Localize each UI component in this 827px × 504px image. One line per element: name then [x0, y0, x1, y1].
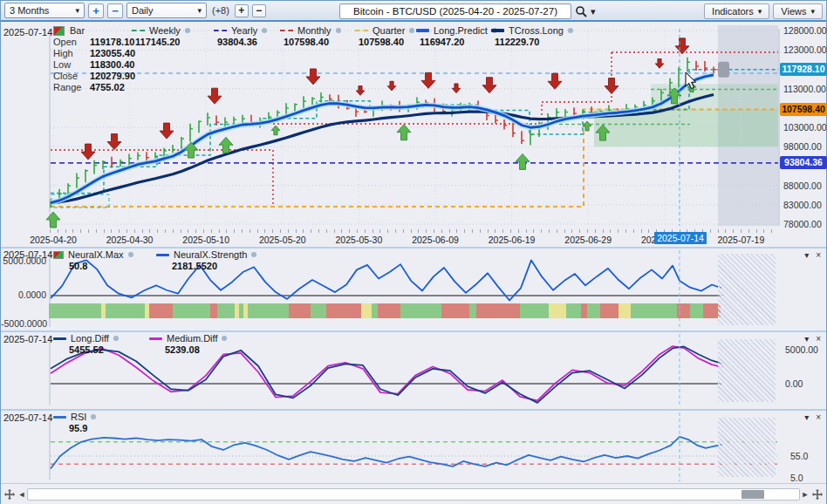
overlay-name: Long.Predict — [434, 25, 488, 36]
range-zoom-in-button[interactable]: + — [88, 3, 104, 18]
signal-strip-segment — [217, 303, 235, 318]
panel-collapse-button[interactable]: ▾ — [804, 250, 809, 260]
legend-settings-dot[interactable] — [128, 252, 133, 257]
panel-collapse-button[interactable]: ▾ — [804, 412, 809, 422]
legend-settings-dot[interactable] — [113, 336, 119, 341]
x-axis-label: 2025-04-20 — [24, 235, 83, 245]
series-swatch-icon — [355, 30, 368, 31]
legend-settings-dot[interactable] — [251, 252, 256, 257]
rsi-panel[interactable]: 2025-07-14 RSI95.9 55.05.0 ▾ × — [1, 409, 826, 483]
series-value: 5239.08 — [149, 344, 227, 355]
signal-strip-segment — [173, 303, 210, 318]
signal-strip-segment — [235, 303, 239, 318]
neuralx-panel[interactable]: 2025-07-14 5000.00000.0000-5000.0000 Neu… — [1, 247, 826, 330]
series-swatch-icon — [53, 337, 66, 340]
future-projection-zone — [718, 418, 776, 477]
legend-settings-dot[interactable] — [409, 28, 414, 33]
legend-rsi[interactable]: RSI95.9 — [53, 412, 96, 433]
overlay-value: 107598.40 — [280, 37, 341, 47]
signal-strip-segment — [469, 303, 476, 318]
pan-icon[interactable] — [810, 487, 824, 501]
y-axis-label: 98000.00 — [783, 141, 822, 152]
range-select[interactable]: 3 Months ▾ — [4, 3, 85, 18]
main-chart-panel[interactable]: 2025-07-14 Bar Open119178.10 High123055.… — [1, 22, 826, 247]
scroll-right-button[interactable]: ► — [800, 488, 810, 501]
overlay-name: Quarter — [372, 25, 405, 36]
diff-chart-canvas[interactable] — [1, 332, 826, 409]
series-value: 5455.52 — [53, 344, 119, 355]
signal-strip-segment — [566, 303, 581, 318]
bar-plus-button[interactable]: + — [235, 4, 249, 17]
y-axis-label: 128000.00 — [783, 25, 827, 36]
panel-collapse-button[interactable]: ▾ — [804, 334, 809, 344]
overlay-name: Yearly — [231, 25, 257, 36]
chevron-down-icon: ▾ — [758, 7, 762, 16]
legend-settings-dot[interactable] — [222, 336, 227, 341]
search-options-caret[interactable]: ▾ — [591, 6, 596, 17]
pan-icon[interactable] — [3, 487, 17, 501]
legend-settings-dot[interactable] — [262, 28, 267, 33]
signal-strip-segment — [243, 303, 248, 318]
y-axis-label: 5000.00 — [785, 344, 818, 355]
overlay-legend-yearly[interactable]: Yearly93804.36 — [214, 25, 267, 47]
overlay-value: 107598.40 — [355, 37, 414, 47]
crosshair-date-tag: 2025-07-14 — [654, 232, 707, 244]
overlay-legend-quarter[interactable]: Quarter107598.40 — [355, 25, 414, 47]
search-icon[interactable] — [575, 5, 587, 17]
panel-close-button[interactable]: × — [816, 412, 821, 422]
symbol-search-input[interactable] — [339, 3, 571, 19]
series-value: 95.9 — [53, 423, 96, 433]
legend-settings-dot[interactable] — [568, 28, 573, 33]
legend-settings-dot[interactable] — [336, 28, 341, 33]
series-name: Medium.Diff — [167, 333, 217, 344]
signal-strip-segment — [149, 303, 173, 318]
app-window: 3 Months ▾ + − Daily ▾ (+8) + − ▾ Indica… — [0, 0, 827, 504]
signal-strip-segment — [520, 303, 549, 318]
buy-signal-arrow — [46, 212, 60, 228]
legend-medium-diff[interactable]: Medium.Diff5239.08 — [149, 333, 227, 355]
overlay-legend-monthly[interactable]: Monthly107598.40 — [280, 25, 341, 47]
signal-strip-segment — [476, 303, 520, 318]
scroll-left-button[interactable]: ◄ — [17, 488, 27, 501]
rsi-chart-canvas[interactable] — [1, 411, 826, 483]
cursor-date-label: 2025-07-14 — [3, 27, 52, 37]
cursor-date-label: 2025-07-14 — [3, 412, 52, 423]
series-swatch-icon — [132, 30, 145, 31]
legend-settings-dot[interactable] — [185, 28, 190, 33]
x-axis-label: 2025-07-19 — [711, 235, 770, 245]
overlay-legend-long-predict[interactable]: Long.Predict116947.20 — [416, 25, 497, 47]
x-axis-label: 2025-06-19 — [482, 235, 542, 245]
bar-ohlc-legend[interactable]: Bar Open119178.10 High123055.40 Low11830… — [53, 25, 135, 93]
overlay-name: Weekly — [149, 25, 181, 36]
scrollbar-track[interactable] — [27, 488, 800, 501]
signal-strip-segment — [581, 303, 587, 318]
panel-close-button[interactable]: × — [816, 334, 821, 344]
time-scrollbar: ◄ ► — [1, 483, 826, 504]
range-zoom-out-button[interactable]: − — [107, 3, 123, 18]
period-select[interactable]: Daily ▾ — [126, 3, 207, 18]
signal-strip-segment — [210, 303, 217, 318]
views-button[interactable]: Views ▾ — [773, 3, 823, 19]
legend-long-diff[interactable]: Long.Diff5455.52 — [53, 333, 119, 355]
long-diff-line — [51, 346, 723, 402]
y-axis-label: 123000.00 — [783, 44, 827, 55]
signal-strip-segment — [619, 303, 631, 318]
chevron-down-icon: ▾ — [197, 6, 202, 15]
sell-signal-arrow — [208, 88, 222, 104]
price-tag: 107598.40 — [780, 103, 827, 116]
scrollbar-thumb[interactable] — [742, 490, 764, 499]
overlay-legend-weekly[interactable]: Weekly117145.20 — [132, 25, 190, 47]
bar-minus-button[interactable]: − — [252, 4, 266, 17]
diff-panel[interactable]: 2025-07-14 Long.Diff5455.52Medium.Diff52… — [1, 330, 826, 409]
sell-signal-arrow — [107, 134, 121, 150]
panel-close-button[interactable]: × — [816, 250, 821, 260]
sell-signal-arrow — [675, 38, 689, 54]
signal-strip-segment — [690, 303, 703, 318]
legend-neuralx-strength[interactable]: NeuralX.Strength2181.5520 — [156, 249, 256, 271]
open-value: 119178.10 — [90, 37, 134, 48]
legend-neuralx-max[interactable]: NeuralX.Max50.8 — [53, 249, 133, 271]
overlay-legend-tcross-long[interactable]: TCross.Long112229.70 — [491, 25, 573, 47]
legend-settings-dot[interactable] — [91, 414, 96, 419]
indicators-button[interactable]: Indicators ▾ — [704, 3, 769, 19]
rsi-line — [51, 437, 723, 469]
